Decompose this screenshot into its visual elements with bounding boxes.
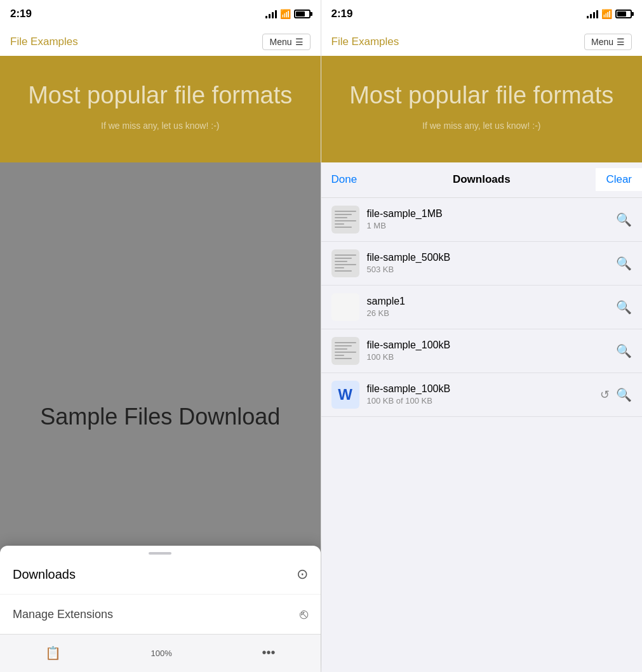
file-search-button[interactable]: 🔍 xyxy=(616,300,632,315)
left-bottom-toolbar: 📋 100% ••• xyxy=(0,634,321,672)
battery-icon xyxy=(294,10,311,18)
right-nav-bar: File Examples Menu ☰ xyxy=(321,28,643,56)
sheet-manage-label: Manage Extensions xyxy=(13,608,113,621)
left-menu-label: Menu xyxy=(269,37,291,47)
file-search-button[interactable]: 🔍 xyxy=(616,387,632,402)
download-item: file-sample_500kB 503 KB 🔍 xyxy=(321,242,643,286)
file-size: 26 KB xyxy=(367,308,609,318)
toolbar-zoom-item: 100% xyxy=(151,649,172,658)
downloads-header: Done Downloads Clear xyxy=(321,162,643,198)
toolbar-more-item[interactable]: ••• xyxy=(262,645,276,661)
toolbar-reader-item[interactable]: 📋 xyxy=(45,645,61,662)
right-status-icons: 📶 xyxy=(587,9,632,19)
file-thumbnail xyxy=(331,206,359,234)
signal-bars-icon xyxy=(265,10,277,18)
left-status-bar: 2:19 📶 xyxy=(0,0,321,28)
right-wifi-icon: 📶 xyxy=(601,9,612,19)
file-info: file-sample_1MB 1 MB xyxy=(367,208,609,230)
left-panel: 2:19 📶 File Examples Menu ☰ Most popular… xyxy=(0,0,321,672)
right-status-time: 2:19 xyxy=(331,8,353,20)
file-actions: ↻ 🔍 xyxy=(600,387,632,402)
file-info: file-sample_500kB 503 KB xyxy=(367,252,609,274)
right-hamburger-icon: ☰ xyxy=(617,37,625,47)
download-list: file-sample_1MB 1 MB 🔍 file-sampl xyxy=(321,198,643,672)
right-signal-bars-icon xyxy=(587,10,598,18)
manage-extensions-icon: ⎋ xyxy=(300,606,308,623)
file-search-button[interactable]: 🔍 xyxy=(616,343,632,359)
file-actions: 🔍 xyxy=(616,300,632,315)
left-hero: Most popular file formats If we miss any… xyxy=(0,56,321,162)
sheet-downloads-item[interactable]: Downloads ⊙ xyxy=(0,555,321,595)
file-thumbnail xyxy=(331,293,359,321)
file-thumbnail xyxy=(331,337,359,365)
left-bottom-sheet: Downloads ⊙ Manage Extensions ⎋ 📋 100% •… xyxy=(0,546,321,672)
downloads-clear-button[interactable]: Clear xyxy=(596,168,642,191)
file-thumbnail-word: W xyxy=(331,381,359,409)
file-size: 100 KB xyxy=(367,352,609,362)
file-info: file-sample_100kB 100 KB of 100 KB xyxy=(367,383,593,405)
file-info: file-sample_100kB 100 KB xyxy=(367,339,609,362)
file-size: 1 MB xyxy=(367,221,609,230)
download-item: file-sample_100kB 100 KB 🔍 xyxy=(321,329,643,373)
file-name: file-sample_1MB xyxy=(367,208,609,220)
right-hero-subtitle: If we miss any, let us know! :-) xyxy=(337,121,627,131)
file-size: 503 KB xyxy=(367,265,609,274)
download-item: sample1 26 KB 🔍 xyxy=(321,286,643,329)
file-name: file-sample_500kB xyxy=(367,252,609,263)
file-actions: 🔍 xyxy=(616,256,632,271)
download-circle-icon: ⊙ xyxy=(297,566,308,583)
file-search-button[interactable]: 🔍 xyxy=(616,256,632,271)
left-nav-bar: File Examples Menu ☰ xyxy=(0,28,321,56)
downloads-title: Downloads xyxy=(367,173,596,186)
toolbar-zoom-label: 100% xyxy=(151,649,172,658)
sheet-downloads-label: Downloads xyxy=(13,567,76,582)
sheet-manage-item[interactable]: Manage Extensions ⎋ xyxy=(0,595,321,634)
right-nav-title: File Examples xyxy=(331,36,399,48)
right-status-bar: 2:19 📶 xyxy=(321,0,643,28)
right-panel: 2:19 📶 File Examples Menu ☰ Most popular… xyxy=(321,0,643,672)
left-nav-title: File Examples xyxy=(10,36,78,48)
wifi-icon: 📶 xyxy=(280,9,291,19)
more-icon: ••• xyxy=(262,645,276,660)
file-thumbnail xyxy=(331,249,359,277)
right-hero: Most popular file formats If we miss any… xyxy=(321,56,643,162)
download-item: W file-sample_100kB 100 KB of 100 KB ↻ 🔍 xyxy=(321,373,643,417)
left-status-time: 2:19 xyxy=(10,8,32,20)
right-battery-icon xyxy=(615,10,632,18)
left-hero-title: Most popular file formats xyxy=(15,81,305,110)
left-status-icons: 📶 xyxy=(265,9,311,19)
file-name: sample1 xyxy=(367,296,609,307)
file-name: file-sample_100kB xyxy=(367,383,593,395)
left-hero-subtitle: If we miss any, let us know! :-) xyxy=(15,121,305,131)
file-refresh-button[interactable]: ↻ xyxy=(600,388,610,402)
file-actions: 🔍 xyxy=(616,212,632,227)
right-menu-button[interactable]: Menu ☰ xyxy=(584,34,632,50)
file-search-button[interactable]: 🔍 xyxy=(616,212,632,227)
download-item: file-sample_1MB 1 MB 🔍 xyxy=(321,198,643,242)
reader-icon: 📋 xyxy=(45,645,61,661)
file-name: file-sample_100kB xyxy=(367,339,609,351)
right-hero-title: Most popular file formats xyxy=(337,81,627,110)
downloads-done-button[interactable]: Done xyxy=(321,173,368,186)
right-menu-label: Menu xyxy=(591,37,613,47)
hamburger-icon: ☰ xyxy=(295,37,304,47)
left-menu-button[interactable]: Menu ☰ xyxy=(262,34,310,50)
left-content-title: Sample Files Download xyxy=(40,402,280,432)
file-info: sample1 26 KB xyxy=(367,296,609,318)
file-size: 100 KB of 100 KB xyxy=(367,396,593,405)
file-actions: 🔍 xyxy=(616,343,632,359)
